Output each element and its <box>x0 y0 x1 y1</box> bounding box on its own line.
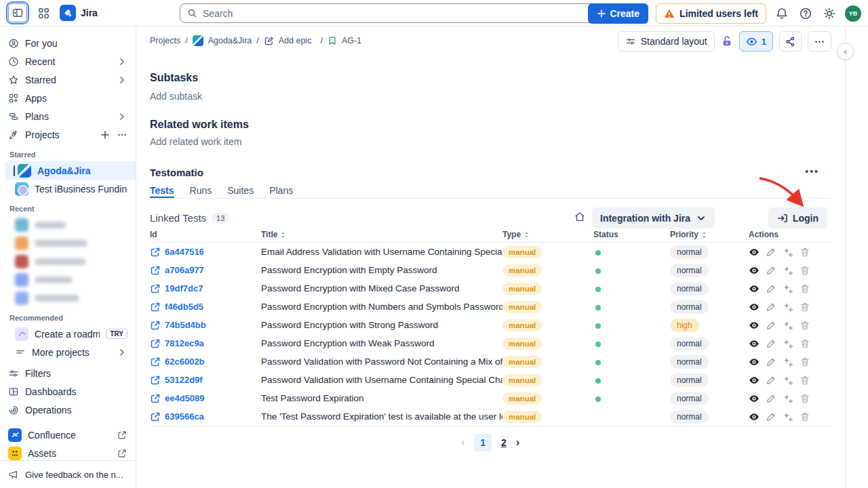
sparkles-icon[interactable] <box>783 375 793 386</box>
tab-plans[interactable]: Plans <box>269 185 293 198</box>
prev-page-icon[interactable]: ‹ <box>461 436 465 449</box>
breadcrumb-issue-key[interactable]: AG-1 <box>342 36 361 45</box>
notifications-bell-icon[interactable] <box>774 5 790 22</box>
home-icon[interactable] <box>574 211 586 223</box>
edit-icon[interactable] <box>766 375 776 386</box>
next-page-icon[interactable]: › <box>516 436 519 449</box>
tab-runs[interactable]: Runs <box>190 185 212 198</box>
sidebar-item-apps[interactable]: Apps <box>0 89 136 107</box>
test-id-link[interactable]: 62c6002b <box>165 357 205 367</box>
sidebar-toggle-button[interactable] <box>8 3 27 22</box>
column-status[interactable]: Status <box>593 230 670 239</box>
help-icon[interactable] <box>797 5 814 22</box>
unlock-icon[interactable] <box>721 35 733 47</box>
share-button[interactable] <box>779 31 802 52</box>
open-test-icon[interactable] <box>150 411 161 422</box>
collapse-panel-button[interactable]: ‹ <box>837 43 854 60</box>
open-test-icon[interactable] <box>150 265 161 276</box>
open-test-icon[interactable] <box>150 247 161 258</box>
edit-icon[interactable] <box>766 338 776 349</box>
sparkles-icon[interactable] <box>783 320 793 331</box>
sidebar-item-for-you[interactable]: For you <box>0 34 136 52</box>
view-icon[interactable] <box>749 320 760 331</box>
sidebar-item-projects[interactable]: Projects <box>0 125 136 144</box>
projects-more-icon[interactable] <box>117 129 127 140</box>
sidebar-item-filters[interactable]: Filters <box>0 364 136 382</box>
recent-project-blurred[interactable] <box>0 252 136 270</box>
sidebar-item-assets[interactable]: Assets <box>0 444 136 462</box>
edit-icon[interactable] <box>766 320 776 331</box>
open-test-icon[interactable] <box>150 357 161 367</box>
test-id-link[interactable]: 19df7dc7 <box>165 283 203 293</box>
view-icon[interactable] <box>749 411 760 422</box>
view-icon[interactable] <box>749 302 760 312</box>
sparkles-icon[interactable] <box>783 265 793 276</box>
sidebar-project-agoda-jira[interactable]: Agoda&Jira <box>5 161 136 180</box>
create-button[interactable]: Create <box>588 3 648 24</box>
sidebar-item-dashboards[interactable]: Dashboards <box>0 382 136 401</box>
sparkles-icon[interactable] <box>783 283 793 294</box>
tab-suites[interactable]: Suites <box>227 185 254 198</box>
test-id-link[interactable]: a706a977 <box>165 265 204 275</box>
edit-icon[interactable] <box>766 393 776 404</box>
breadcrumb-projects[interactable]: Projects <box>150 36 180 45</box>
view-icon[interactable] <box>749 375 760 386</box>
column-priority[interactable]: Priority <box>670 230 749 239</box>
sidebar-item-create-roadmap[interactable]: Create a roadmap TRY <box>0 325 136 343</box>
sparkles-icon[interactable] <box>783 357 793 367</box>
column-type[interactable]: Type <box>502 230 593 239</box>
add-subtask-field[interactable]: Add subtask <box>150 91 202 102</box>
open-test-icon[interactable] <box>150 393 161 404</box>
recent-project-blurred[interactable] <box>0 216 136 234</box>
recent-project-blurred[interactable] <box>0 289 136 307</box>
delete-icon[interactable] <box>800 283 810 294</box>
breadcrumb-add-epic[interactable]: Add epic <box>279 36 312 45</box>
testomatio-more-icon[interactable]: ••• <box>805 166 819 177</box>
project-dropdown[interactable]: Integration with Jira <box>592 207 715 228</box>
sidebar-item-starred[interactable]: Starred <box>0 70 136 89</box>
open-test-icon[interactable] <box>150 375 161 386</box>
test-id-link[interactable]: f46db5d5 <box>165 302 203 312</box>
edit-icon[interactable] <box>766 411 776 422</box>
add-project-icon[interactable] <box>100 129 111 140</box>
add-related-work-field[interactable]: Add related work item <box>150 136 241 147</box>
sidebar-item-more-projects[interactable]: More projects <box>0 343 136 361</box>
test-id-link[interactable]: 639566ca <box>165 411 204 422</box>
app-switcher-icon[interactable] <box>35 5 52 21</box>
test-id-link[interactable]: ee4d5089 <box>165 393 205 403</box>
give-feedback-button[interactable]: Give feedback on the n... <box>0 461 136 488</box>
delete-icon[interactable] <box>800 265 810 276</box>
test-id-link[interactable]: 53122d9f <box>165 375 203 385</box>
view-icon[interactable] <box>749 247 760 258</box>
delete-icon[interactable] <box>800 247 810 258</box>
edit-icon[interactable] <box>766 265 776 276</box>
view-icon[interactable] <box>749 393 760 404</box>
breadcrumb-project[interactable]: Agoda&Jira <box>208 36 252 45</box>
sidebar-item-plans[interactable]: Plans <box>0 107 136 125</box>
sidebar-item-recent[interactable]: Recent <box>0 52 136 70</box>
search-input[interactable] <box>203 8 616 19</box>
recent-project-blurred[interactable] <box>0 270 136 289</box>
sidebar-item-confluence[interactable]: Confluence <box>0 426 136 444</box>
standard-layout-button[interactable]: Standard layout <box>618 31 715 52</box>
open-test-icon[interactable] <box>150 338 161 349</box>
test-id-link[interactable]: 74b5d4bb <box>165 320 206 330</box>
sparkles-icon[interactable] <box>783 302 793 312</box>
open-test-icon[interactable] <box>150 302 161 312</box>
delete-icon[interactable] <box>800 320 810 331</box>
delete-icon[interactable] <box>800 375 810 386</box>
watchers-button[interactable]: 1 <box>739 31 773 52</box>
delete-icon[interactable] <box>800 393 810 404</box>
login-button[interactable]: Login <box>768 207 827 228</box>
page-2-button[interactable]: 2 <box>501 437 507 448</box>
delete-icon[interactable] <box>800 357 810 367</box>
view-icon[interactable] <box>749 338 760 349</box>
view-icon[interactable] <box>749 357 760 367</box>
edit-icon[interactable] <box>766 283 776 294</box>
recent-project-blurred[interactable] <box>0 234 136 252</box>
view-icon[interactable] <box>749 265 760 276</box>
column-title[interactable]: Title <box>261 230 502 239</box>
column-id[interactable]: Id <box>150 230 261 239</box>
settings-gear-icon[interactable] <box>821 5 837 22</box>
sparkles-icon[interactable] <box>783 247 793 258</box>
